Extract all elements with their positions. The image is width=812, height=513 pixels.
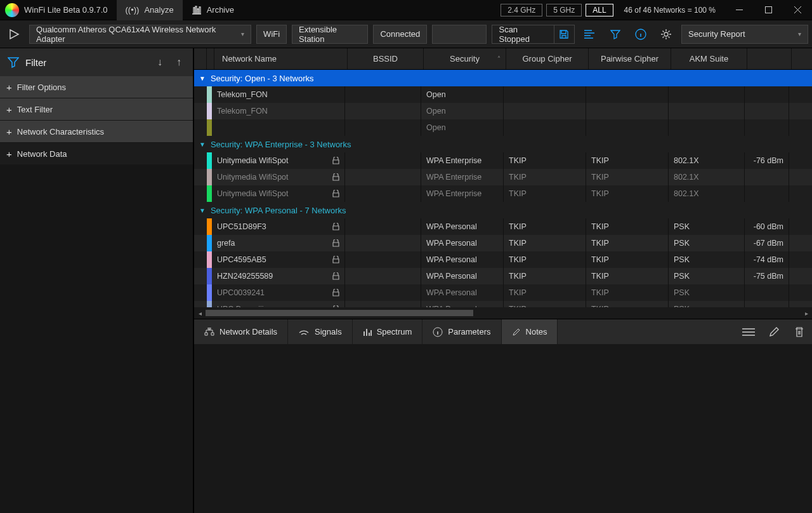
collapse-icon: ▼ [199, 207, 206, 214]
cell-group-cipher: TKIP [504, 284, 586, 301]
band-24ghz-button[interactable]: 2.4 GHz [501, 4, 542, 17]
info-icon[interactable] [631, 23, 651, 45]
edit-icon[interactable] [761, 319, 787, 344]
close-button[interactable] [783, 0, 812, 20]
cell-akm: PSK [669, 251, 745, 268]
tab-analyze[interactable]: ((•)) Analyze [117, 0, 183, 20]
list-view-icon[interactable] [736, 319, 761, 344]
cell-group-cipher [504, 103, 586, 119]
lock-icon [332, 256, 339, 263]
table-row[interactable]: Open [194, 119, 812, 136]
sort-down-icon[interactable]: ↓ [154, 57, 166, 68]
table-row[interactable]: grefa WPA Personal TKIP TKIP PSK -67 dBm [194, 235, 812, 251]
col-group-cipher[interactable]: Group Cipher [506, 48, 589, 69]
table-row[interactable]: UPC0039241 WPA Personal TKIP TKIP PSK [194, 284, 812, 301]
band-all-button[interactable]: ALL [586, 4, 613, 17]
dtab-signals[interactable]: Signals [288, 319, 353, 344]
maximize-button[interactable] [754, 0, 783, 20]
archive-icon [192, 6, 202, 15]
scan-status-label: Scan Stopped [492, 25, 553, 44]
sidebar-item-network-data[interactable]: +Network Data [0, 143, 193, 164]
funnel-icon [8, 57, 19, 68]
cell-security: WPA Personal [421, 251, 504, 268]
sidebar-item-network-characteristics[interactable]: +Network Characteristics [0, 121, 193, 142]
scroll-left-icon[interactable]: ◂ [194, 310, 206, 317]
cell-security: WPA Enterprise [421, 185, 504, 202]
col-akm-suite[interactable]: AKM Suite [671, 48, 747, 69]
notes-panel[interactable] [194, 344, 812, 513]
tab-archive[interactable]: Archive [183, 0, 243, 20]
cell-bssid [345, 284, 421, 301]
color-indicator [207, 86, 212, 103]
report-select[interactable]: Security Report ▾ [681, 25, 808, 44]
table-row[interactable]: Unitymedia WifiSpot WPA Enterprise TKIP … [194, 169, 812, 185]
cell-group-cipher: TKIP [504, 251, 586, 268]
band-5ghz-button[interactable]: 5 GHz [546, 4, 582, 17]
cell-group-cipher: TKIP [504, 268, 586, 284]
cell-signal [745, 185, 789, 202]
cell-network-name: UPC51D89F3 [212, 218, 345, 235]
dtab-network-details[interactable]: Network Details [194, 319, 288, 344]
dtab-label: Signals [315, 327, 342, 336]
cell-akm [669, 86, 745, 103]
network-table-body[interactable]: ▼Security: Open - 3 Networks Telekom_FON… [194, 70, 812, 307]
cell-group-cipher: TKIP [504, 152, 586, 169]
lock-icon [332, 239, 339, 247]
cell-bssid [345, 301, 421, 307]
sidebar-item-text-filter[interactable]: +Text Filter [0, 98, 193, 120]
sidebar-item-filter-options[interactable]: +Filter Options [0, 76, 193, 98]
color-indicator [207, 169, 212, 185]
cell-group-cipher: TKIP [504, 235, 586, 251]
table-row[interactable]: HZN249255589 WPA Personal TKIP TKIP PSK … [194, 268, 812, 284]
cell-security: WPA Enterprise [421, 169, 504, 185]
app-title: WinFi Lite Beta 0.9.7.0 [24, 5, 117, 15]
horizontal-scrollbar[interactable]: ◂ ▸ [194, 307, 812, 319]
color-indicator [207, 284, 212, 301]
cell-group-cipher: TKIP [504, 301, 586, 307]
align-icon[interactable] [580, 23, 600, 45]
group-header[interactable]: ▼Security: WPA Personal - 7 Networks [194, 202, 812, 218]
dtab-spectrum[interactable]: Spectrum [353, 319, 423, 344]
table-row[interactable]: Telekom_FON Open [194, 86, 812, 103]
group-header[interactable]: ▼Security: Open - 3 Networks [194, 70, 812, 86]
group-header[interactable]: ▼Security: WPA Enterprise - 3 Networks [194, 136, 812, 152]
settings-icon[interactable] [656, 23, 676, 45]
table-row[interactable]: UPC51D89F3 WPA Personal TKIP TKIP PSK -6… [194, 218, 812, 235]
cell-security: WPA Enterprise [421, 152, 504, 169]
minimize-button[interactable] [724, 0, 754, 20]
start-scan-button[interactable] [4, 23, 24, 45]
col-security[interactable]: Security˄ [424, 48, 506, 69]
adapter-select[interactable]: Qualcomm Atheros QCA61x4A Wireless Netwo… [29, 25, 251, 44]
table-row[interactable]: Unitymedia WifiSpot WPA Enterprise TKIP … [194, 185, 812, 202]
cell-pairwise-cipher: TKIP [586, 268, 669, 284]
table-row[interactable]: Telekom_FON Open [194, 103, 812, 119]
filter-icon[interactable] [605, 23, 625, 45]
cell-security: Open [421, 119, 504, 136]
table-row[interactable]: UPC4595AB5 WPA Personal TKIP TKIP PSK -7… [194, 251, 812, 268]
report-label: Security Report [688, 29, 792, 39]
save-button[interactable] [554, 25, 574, 43]
sort-up-icon[interactable]: ↑ [173, 57, 185, 68]
cell-akm [669, 103, 745, 119]
dtab-notes[interactable]: Notes [502, 319, 558, 344]
cell-akm: PSK [669, 268, 745, 284]
lock-icon [332, 223, 339, 230]
color-indicator [207, 268, 212, 284]
cell-network-name: Telekom_FON [212, 103, 345, 119]
table-row[interactable]: Unitymedia WifiSpot WPA Enterprise TKIP … [194, 152, 812, 169]
delete-icon[interactable] [787, 319, 812, 344]
col-bssid[interactable]: BSSID [348, 48, 424, 69]
col-pairwise-cipher[interactable]: Pairwise Cipher [589, 48, 671, 69]
table-row[interactable]: UPC Banzaiii WPA Personal TKIP TKIP PSK [194, 301, 812, 307]
cell-signal: -67 dBm [745, 235, 789, 251]
color-indicator [207, 218, 212, 235]
cell-pairwise-cipher: TKIP [586, 284, 669, 301]
scroll-right-icon[interactable]: ▸ [801, 310, 812, 317]
cell-pairwise-cipher: TKIP [586, 301, 669, 307]
plus-icon: + [6, 126, 12, 137]
cell-pairwise-cipher: TKIP [586, 235, 669, 251]
cell-pairwise-cipher [586, 86, 669, 103]
dtab-parameters[interactable]: Parameters [422, 319, 501, 344]
col-network-name[interactable]: Network Name [214, 48, 348, 69]
color-indicator [207, 235, 212, 251]
